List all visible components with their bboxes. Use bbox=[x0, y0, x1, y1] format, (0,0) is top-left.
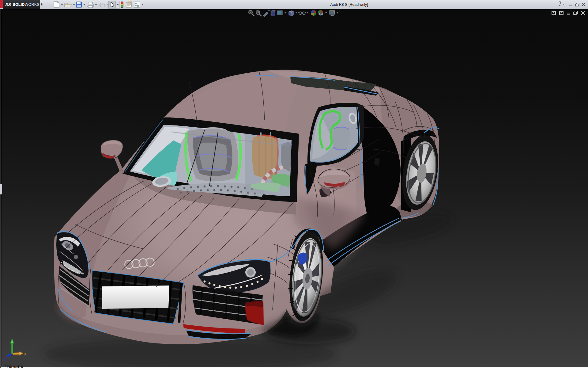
svg-text:Z: Z bbox=[3, 358, 6, 362]
svg-text:X: X bbox=[24, 352, 27, 356]
